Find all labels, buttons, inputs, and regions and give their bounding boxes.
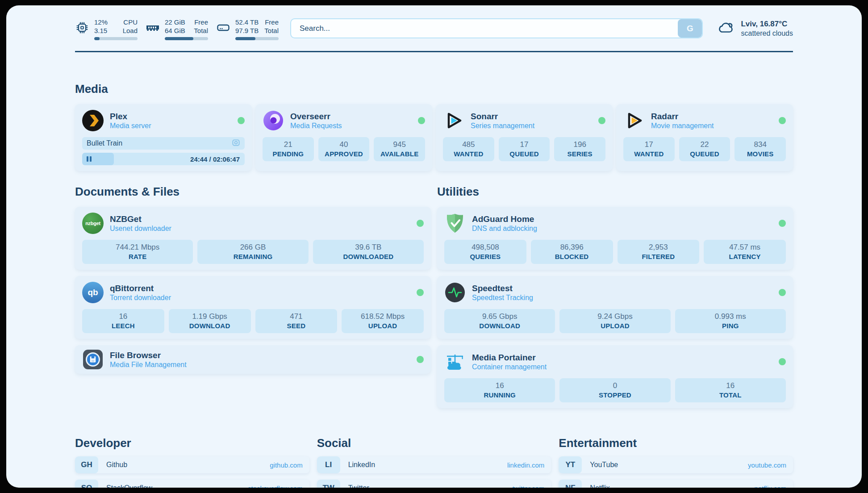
status-dot <box>779 358 786 365</box>
stat-value: 266 GB <box>199 242 306 252</box>
stat-box: 1.19 Gbps DOWNLOAD <box>169 309 251 333</box>
stat-value: 945 <box>376 140 423 150</box>
bookmark-url[interactable]: youtube.com <box>748 461 786 469</box>
bookmark-youtube[interactable]: YT YouTube youtube.com <box>559 456 793 473</box>
disk-free-label: Free <box>264 18 279 26</box>
app-description: Container management <box>472 363 547 372</box>
stat-box: 0 STOPPED <box>559 378 670 402</box>
dashboard-page: 12% 3.15 CPU Load <box>6 5 862 488</box>
stat-value: 471 <box>257 312 336 322</box>
bookmark-url[interactable]: linkedin.com <box>507 461 544 469</box>
status-dot <box>417 289 424 296</box>
stat-value: 1.19 Gbps <box>171 312 249 322</box>
search-button[interactable]: G <box>678 19 702 38</box>
bookmark-linkedin[interactable]: LI LinkedIn linkedin.com <box>317 456 551 473</box>
bookmark-url[interactable]: twitter.com <box>513 485 545 488</box>
status-dot <box>779 220 786 227</box>
stat-box: 17 WANTED <box>623 137 675 161</box>
app-card-portainer[interactable]: Media Portainer Container management 16 … <box>437 345 793 408</box>
stat-box: 40 APPROVED <box>318 137 370 161</box>
cpu-progress-bar <box>94 37 138 40</box>
disk-stat-widget: 52.4 TB 97.9 TB Free Total <box>216 18 279 40</box>
app-name: File Browser <box>110 350 187 360</box>
app-card-qbittorrent[interactable]: qb qBittorrent Torrent downloader 16 LEE… <box>75 276 431 339</box>
bookmark-url[interactable]: netflix.com <box>754 485 786 488</box>
qbittorrent-icon: qb <box>82 282 104 303</box>
disk-progress-fill <box>235 37 255 40</box>
bookmark-url[interactable]: stackoverflow.com <box>248 485 303 488</box>
app-card-filebrowser[interactable]: File Browser Media File Management <box>75 345 431 374</box>
app-description: Movie management <box>651 121 714 130</box>
app-card-adguard[interactable]: AdGuard Home DNS and adblocking 498,508 … <box>437 207 793 270</box>
section-title-social: Social <box>317 436 551 450</box>
bookmark-name: Twitter <box>348 484 513 488</box>
stat-label: FILTERED <box>619 252 698 261</box>
bookmark-netflix[interactable]: NF Netflix netflix.com <box>559 480 793 488</box>
stat-value: 40 <box>320 140 368 150</box>
search-bar: G <box>290 18 703 38</box>
stat-box: 945 AVAILABLE <box>374 137 425 161</box>
stat-label: DOWNLOAD <box>171 322 249 330</box>
stat-box: 16 LEECH <box>82 309 164 333</box>
playback-time: 24:44 / 02:06:47 <box>190 155 240 163</box>
bookmarks-area: Developer GH Github github.com SO StackO… <box>75 436 793 488</box>
portainer-icon <box>444 351 466 372</box>
app-description: Media File Management <box>110 360 187 369</box>
section-title-utilities: Utilities <box>437 184 793 199</box>
app-description: Series management <box>471 121 534 130</box>
bookmark-name: Netflix <box>590 484 754 488</box>
app-card-radarr[interactable]: Radarr Movie management 17 WANTED 22 QUE… <box>616 104 793 171</box>
ram-stat-widget: 22 GiB 64 GiB Free Total <box>146 18 208 40</box>
overseerr-icon <box>263 110 284 131</box>
cpu-icon <box>75 21 89 40</box>
stat-label: UPLOAD <box>561 322 668 330</box>
bookmark-twitter[interactable]: TW Twitter twitter.com <box>317 480 551 488</box>
stat-label: SEED <box>257 322 336 330</box>
bookmark-abbr: SO <box>75 480 98 488</box>
stat-value: 17 <box>625 140 673 150</box>
bookmark-abbr: TW <box>317 480 340 488</box>
adguard-icon <box>444 213 466 234</box>
bookmark-github[interactable]: GH Github github.com <box>75 456 309 473</box>
stat-value: 744.21 Mbps <box>84 242 191 252</box>
ram-free-label: Free <box>194 18 208 26</box>
pause-icon[interactable] <box>87 156 92 162</box>
stat-label: APPROVED <box>320 150 368 158</box>
app-card-nzbget[interactable]: nzbget NZBGet Usenet downloader 744.21 M… <box>75 207 431 270</box>
stat-box: 9.65 Gbps DOWNLOAD <box>444 309 555 333</box>
bookmark-name: StackOverflow <box>106 484 248 488</box>
bookmark-stackoverflow[interactable]: SO StackOverflow stackoverflow.com <box>75 480 309 488</box>
search-input[interactable] <box>291 19 678 38</box>
bookmark-url[interactable]: github.com <box>270 461 302 469</box>
system-stats: 12% 3.15 CPU Load <box>75 18 279 40</box>
stat-label: PENDING <box>264 150 312 158</box>
app-card-overseerr[interactable]: Overseerr Media Requests 21 PENDING 40 A… <box>255 104 432 171</box>
status-dot <box>779 289 786 296</box>
stat-box: 618.52 Mbps UPLOAD <box>342 309 424 333</box>
top-bar: 12% 3.15 CPU Load <box>75 18 793 40</box>
ram-free: 22 GiB <box>165 18 185 26</box>
stat-box: 86,396 BLOCKED <box>531 240 613 264</box>
cloud-icon <box>716 19 735 38</box>
cpu-percent: 12% <box>94 18 108 26</box>
stat-label: TOTAL <box>677 391 784 399</box>
documents-column: nzbget NZBGet Usenet downloader 744.21 M… <box>75 207 431 374</box>
disk-progress-bar <box>235 37 279 40</box>
cpu-label: CPU <box>123 18 138 26</box>
stat-box: 485 WANTED <box>443 137 494 161</box>
video-session-icon <box>232 138 240 149</box>
app-card-sonarr[interactable]: Sonarr Series management 485 WANTED 17 Q… <box>436 104 613 171</box>
weather-widget: Lviv, 16.87°C scattered clouds <box>716 19 793 38</box>
stat-box: 266 GB REMAINING <box>197 240 308 264</box>
sonarr-icon <box>443 110 464 131</box>
status-dot <box>598 117 605 124</box>
app-card-speedtest[interactable]: Speedtest Speedtest Tracking 9.65 Gbps D… <box>437 276 793 339</box>
app-name: Speedtest <box>472 283 533 293</box>
app-name: Sonarr <box>471 111 534 121</box>
stat-box: 196 SERIES <box>554 137 605 161</box>
app-card-plex[interactable]: Plex Media server Bullet Train 24:44 / 0… <box>75 104 252 171</box>
app-description: Media server <box>110 121 151 130</box>
now-playing-row: Bullet Train <box>82 137 245 150</box>
topbar-divider <box>75 51 793 52</box>
stat-value: 21 <box>264 140 312 150</box>
